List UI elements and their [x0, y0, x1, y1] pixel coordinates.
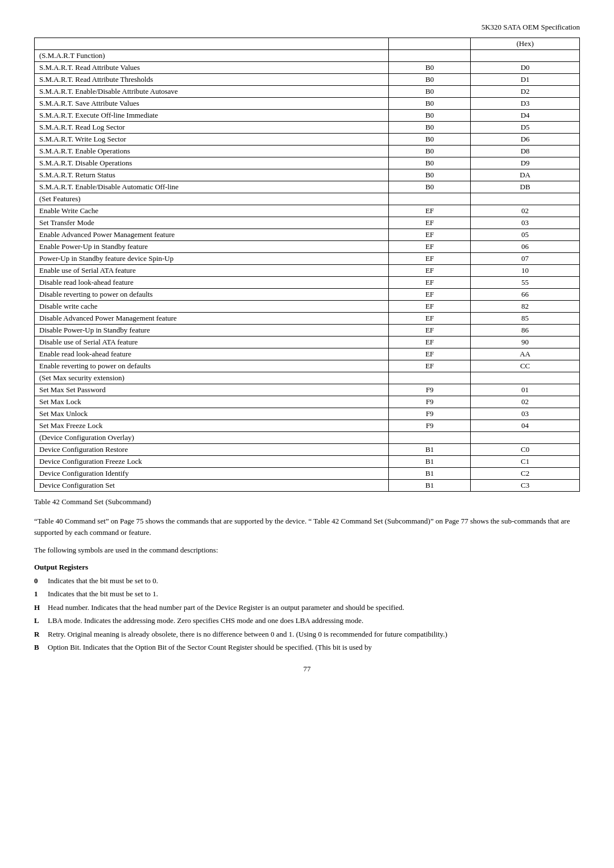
command-code: B0	[389, 74, 471, 86]
reg-key: R	[34, 629, 48, 640]
register-item: RRetry. Original meaning is already obso…	[34, 629, 580, 640]
command-hex: D0	[471, 62, 580, 74]
command-code: B1	[389, 444, 471, 456]
command-hex: 10	[471, 265, 580, 277]
command-code: B0	[389, 146, 471, 157]
command-code: B0	[389, 98, 471, 110]
command-name: Device Configuration Freeze Lock	[35, 456, 389, 468]
command-name: Device Configuration Set	[35, 480, 389, 492]
command-name: Set Max Unlock	[35, 408, 389, 420]
command-code: B0	[389, 122, 471, 134]
command-hex: D1	[471, 74, 580, 86]
command-name: S.M.A.R.T. Write Log Sector	[35, 134, 389, 146]
reg-desc: Retry. Original meaning is already obsol…	[48, 629, 580, 640]
command-name: S.M.A.R.T. Save Attribute Values	[35, 98, 389, 110]
reg-key: 1	[34, 588, 48, 600]
command-name: Disable reverting to power on defaults	[35, 289, 389, 301]
command-code: EF	[389, 253, 471, 265]
section-hex	[471, 193, 580, 205]
command-name: Set Max Freeze Lock	[35, 420, 389, 432]
register-item: 1Indicates that the bit must be set to 1…	[34, 588, 580, 600]
output-registers-title: Output Registers	[34, 563, 580, 572]
command-name: Set Max Set Password	[35, 384, 389, 396]
body-text-2: The following symbols are used in the co…	[34, 545, 580, 556]
command-hex: 86	[471, 325, 580, 337]
command-hex: 06	[471, 241, 580, 253]
command-name: Disable use of Serial ATA feature	[35, 337, 389, 348]
command-name: Disable write cache	[35, 301, 389, 313]
command-code: B0	[389, 86, 471, 98]
command-code: EF	[389, 205, 471, 217]
command-code: EF	[389, 348, 471, 360]
command-code: F9	[389, 384, 471, 396]
command-code: EF	[389, 360, 471, 372]
col-header-code	[389, 38, 471, 50]
reg-key: B	[34, 642, 48, 653]
command-hex: 04	[471, 420, 580, 432]
command-code: B0	[389, 157, 471, 169]
command-code: B1	[389, 456, 471, 468]
section-label: (Set Features)	[35, 193, 389, 205]
command-name: S.M.A.R.T. Enable/Disable Attribute Auto…	[35, 86, 389, 98]
section-code	[389, 372, 471, 384]
command-code: B1	[389, 468, 471, 480]
command-hex: AA	[471, 348, 580, 360]
command-name: Enable read look-ahead feature	[35, 348, 389, 360]
register-item: BOption Bit. Indicates that the Option B…	[34, 642, 580, 653]
section-code	[389, 50, 471, 62]
command-name: Enable Advanced Power Management feature	[35, 229, 389, 241]
command-code: F9	[389, 396, 471, 408]
command-hex: D3	[471, 98, 580, 110]
command-name: S.M.A.R.T. Disable Operations	[35, 157, 389, 169]
command-name: S.M.A.R.T. Read Attribute Thresholds	[35, 74, 389, 86]
reg-desc: LBA mode. Indicates the addressing mode.…	[48, 615, 580, 626]
body-text-1: “Table 40 Command set” on Page 75 shows …	[34, 516, 580, 538]
command-code: EF	[389, 265, 471, 277]
command-hex: 07	[471, 253, 580, 265]
command-hex: D2	[471, 86, 580, 98]
command-name: S.M.A.R.T. Read Attribute Values	[35, 62, 389, 74]
reg-desc: Indicates that the bit must be set to 0.	[48, 575, 580, 587]
command-name: S.M.A.R.T. Enable/Disable Automatic Off-…	[35, 181, 389, 193]
command-code: B0	[389, 169, 471, 181]
command-code: EF	[389, 325, 471, 337]
command-hex: 02	[471, 396, 580, 408]
register-item: HHead number. Indicates that the head nu…	[34, 602, 580, 613]
register-item: LLBA mode. Indicates the addressing mode…	[34, 615, 580, 626]
command-code: EF	[389, 241, 471, 253]
command-hex: 03	[471, 217, 580, 229]
command-name: S.M.A.R.T. Enable Operations	[35, 146, 389, 157]
command-name: Power-Up in Standby feature device Spin-…	[35, 253, 389, 265]
command-hex: D6	[471, 134, 580, 146]
command-name: Enable Write Cache	[35, 205, 389, 217]
command-hex: 05	[471, 229, 580, 241]
command-name: Disable read look-ahead feature	[35, 277, 389, 289]
command-name: Set Transfer Mode	[35, 217, 389, 229]
reg-key: 0	[34, 575, 48, 587]
page-header: 5K320 SATA OEM Specification	[34, 23, 580, 32]
command-hex: D8	[471, 146, 580, 157]
command-code: EF	[389, 337, 471, 348]
section-label: (Device Configuration Overlay)	[35, 432, 389, 444]
command-name: Device Configuration Identify	[35, 468, 389, 480]
command-code: B0	[389, 134, 471, 146]
command-code: B0	[389, 110, 471, 122]
command-hex: D9	[471, 157, 580, 169]
col-header-command	[35, 38, 389, 50]
command-name: S.M.A.R.T. Return Status	[35, 169, 389, 181]
command-hex: 82	[471, 301, 580, 313]
register-list: 0Indicates that the bit must be set to 0…	[34, 575, 580, 653]
command-name: Enable use of Serial ATA feature	[35, 265, 389, 277]
command-name: Device Configuration Restore	[35, 444, 389, 456]
section-code	[389, 432, 471, 444]
command-code: EF	[389, 229, 471, 241]
command-hex: 85	[471, 313, 580, 325]
command-code: B0	[389, 62, 471, 74]
spec-title: 5K320 SATA OEM Specification	[34, 23, 580, 32]
table-caption: Table 42 Command Set (Subcommand)	[34, 497, 580, 506]
reg-key: L	[34, 615, 48, 626]
section-hex	[471, 50, 580, 62]
command-hex: C3	[471, 480, 580, 492]
command-code: EF	[389, 313, 471, 325]
command-code: EF	[389, 277, 471, 289]
